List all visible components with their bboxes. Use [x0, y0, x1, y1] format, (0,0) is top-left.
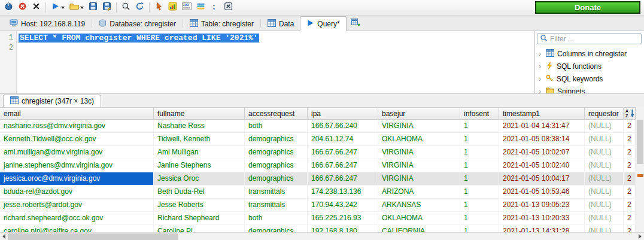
tree-item-columns[interactable]: › Columns in chregister	[534, 47, 644, 60]
cell[interactable]: jessica.oroc@dmv.virginia.gov	[0, 172, 154, 185]
cell[interactable]: transmittals	[245, 186, 308, 198]
cell[interactable]: 2	[624, 199, 636, 211]
tree-item-snippets[interactable]: › Snippets	[534, 85, 644, 93]
cell[interactable]: Jesse Roberts	[154, 199, 245, 211]
cell[interactable]: both	[245, 212, 308, 224]
column-header[interactable]: basejur	[378, 108, 460, 120]
cell[interactable]: bduda-rel@azdot.gov	[0, 186, 154, 198]
cell[interactable]: 1	[460, 120, 499, 132]
clear-editor-button[interactable]	[222, 1, 235, 14]
cell[interactable]: 1	[460, 212, 499, 224]
cell[interactable]: 2021-01-13 09:05:23	[499, 199, 585, 211]
cell[interactable]: ARIZONA	[378, 186, 460, 198]
table-row[interactable]: caroline.pini@calfire.ca.govCaroline Pid…	[0, 225, 636, 232]
cell[interactable]: 1	[460, 159, 499, 172]
cell[interactable]: demographics	[245, 172, 308, 185]
tab-database[interactable]: Database: chregister	[93, 17, 182, 31]
cell[interactable]: 2021-01-13 10:20:33	[499, 212, 585, 224]
cell[interactable]: (NULL)	[585, 146, 624, 159]
cell[interactable]: transmittals	[245, 199, 308, 211]
cell[interactable]: 2021-01-05 10:53:46	[499, 186, 585, 198]
column-header[interactable]: email	[0, 108, 154, 120]
scroll-left-button[interactable]	[0, 233, 8, 240]
save-button[interactable]	[87, 1, 99, 14]
cell[interactable]: Tidwell, Kenneth	[154, 133, 245, 145]
cell[interactable]: Beth Duda-Rel	[154, 186, 245, 198]
disconnect-button[interactable]	[16, 1, 29, 14]
column-header[interactable]: requestor	[585, 108, 624, 120]
horizontal-scrollbar[interactable]	[0, 232, 644, 240]
cell[interactable]: 1	[460, 186, 499, 198]
new-query-tab-button[interactable]	[349, 17, 363, 31]
cell[interactable]: (NULL)	[585, 186, 624, 198]
profiler-button[interactable]	[166, 1, 179, 14]
column-header[interactable]: timestamp1	[499, 108, 585, 120]
cell[interactable]: Kenneth.Tidwell@occ.ok.gov	[0, 133, 154, 145]
cell[interactable]: OKLAHOMA	[378, 133, 460, 145]
horizontal-scrollbar-thumb[interactable]	[8, 233, 178, 240]
cell[interactable]: Richard Shepheard	[154, 212, 245, 224]
save-as-button[interactable]	[101, 1, 113, 14]
table-row[interactable]: jessica.oroc@dmv.virginia.govJessica Oro…	[0, 172, 636, 186]
cell[interactable]: (NULL)	[585, 120, 624, 132]
column-header[interactable]: accessrequest	[245, 108, 308, 120]
column-header[interactable]: ipa	[308, 108, 378, 120]
sql-text-area[interactable]: SELECT * FROM chregister WHERE created L…	[17, 31, 534, 93]
filter-input[interactable]	[550, 35, 639, 43]
cell[interactable]: Ami Mulligan	[154, 146, 245, 159]
cell[interactable]: 166.67.66.247	[308, 146, 378, 159]
cell[interactable]: 2	[624, 172, 636, 185]
column-header[interactable]: infosent	[460, 108, 499, 120]
cell[interactable]: VIRGINIA	[378, 159, 460, 172]
cell[interactable]: demographics	[245, 225, 308, 232]
cell[interactable]: 2	[624, 186, 636, 198]
close-button[interactable]	[30, 1, 42, 14]
table-row[interactable]: janine.stephens@dmv.virginia.govJanine S…	[0, 159, 636, 172]
cell[interactable]: demographics	[245, 159, 308, 172]
table-row[interactable]: Kenneth.Tidwell@occ.ok.govTidwell, Kenne…	[0, 133, 636, 146]
cell[interactable]: 166.67.66.240	[308, 120, 378, 132]
run-query-button[interactable]	[49, 1, 66, 14]
cell[interactable]: 2	[624, 212, 636, 224]
column-header[interactable]: fullname	[154, 108, 245, 120]
tab-table[interactable]: Table: chregister	[184, 17, 260, 31]
cell[interactable]: VIRGINIA	[378, 172, 460, 185]
cell[interactable]: 2	[624, 159, 636, 172]
cell[interactable]: 2	[624, 133, 636, 145]
cell[interactable]: ami.mulligan@dmv.virginia.gov	[0, 146, 154, 159]
sort-az-button[interactable]: AZ	[625, 108, 636, 119]
cell[interactable]: 166.67.66.247	[308, 172, 378, 185]
cell[interactable]: Nasharie Ross	[154, 120, 245, 132]
table-row[interactable]: bduda-rel@azdot.govBeth Duda-Reltransmit…	[0, 186, 636, 199]
vertical-scrollbar[interactable]	[636, 107, 644, 232]
tab-query[interactable]: Query*	[300, 16, 346, 31]
cell[interactable]: 2021-01-05 10:04:17	[499, 172, 585, 185]
search-button[interactable]	[120, 1, 132, 14]
cell[interactable]: 1	[460, 199, 499, 211]
table-row[interactable]: nasharie.ross@dmv.virginia.govNasharie R…	[0, 120, 636, 133]
cell[interactable]: 166.67.66.247	[308, 159, 378, 172]
cell[interactable]: CALIFORNIA	[378, 225, 460, 232]
tree-item-sql-keywords[interactable]: › SQL keywords	[534, 72, 644, 85]
semicolon-button[interactable]: ;	[208, 1, 221, 14]
cell[interactable]: 174.238.13.136	[308, 186, 378, 198]
cell[interactable]: Jessica Oroc	[154, 172, 245, 185]
cell[interactable]: 2021-01-04 14:31:47	[499, 120, 585, 132]
cell[interactable]: janine.stephens@dmv.virginia.gov	[0, 159, 154, 172]
cell[interactable]: 1	[460, 146, 499, 159]
cell[interactable]: 2021-01-05 08:38:14	[499, 133, 585, 145]
tab-data[interactable]: Data	[262, 17, 300, 31]
parameters-button[interactable]	[195, 1, 207, 14]
pointer-button[interactable]	[153, 1, 165, 14]
cell[interactable]: nasharie.ross@dmv.virginia.gov	[0, 120, 154, 132]
cell[interactable]: 2	[624, 146, 636, 159]
result-tab[interactable]: chregister (347r × 13c)	[3, 95, 101, 107]
cell[interactable]: demographics	[245, 133, 308, 145]
refresh-button[interactable]	[133, 1, 146, 14]
cell[interactable]: 1	[460, 172, 499, 185]
cell[interactable]: VIRGINIA	[378, 146, 460, 159]
cell[interactable]: demographics	[245, 146, 308, 159]
cell[interactable]: 2021-01-05 10:02:07	[499, 146, 585, 159]
cell[interactable]: (NULL)	[585, 159, 624, 172]
donate-button[interactable]: Donate	[535, 1, 640, 14]
